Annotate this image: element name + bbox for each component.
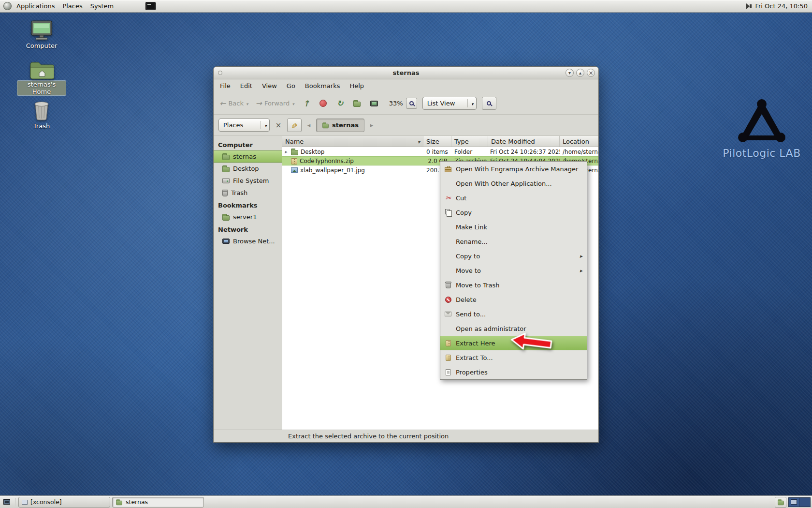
ctx-extract-to[interactable]: Extract To... [440,350,587,365]
sidepane-select[interactable]: Places [218,119,270,132]
terminal-launcher-icon[interactable] [145,2,156,10]
sidebar-header-network: Network [214,223,282,235]
file-size: 0 items [423,149,451,155]
edit-location-button[interactable] [287,119,302,132]
menu-bookmarks[interactable]: Bookmarks [301,81,345,91]
desktop-icon-home[interactable]: sternas's Home [17,60,66,96]
ctx-delete[interactable]: Delete [440,292,587,307]
back-history-caret-icon[interactable] [246,100,248,107]
image-icon [291,167,298,173]
file-name: xlab_wallpaper_01.jpg [300,167,365,174]
ctx-cut[interactable]: Cut [440,191,587,205]
chevron-down-icon [471,100,474,107]
ctx-open-with-other[interactable]: Open With Other Application... [440,176,587,191]
desktop-icon-trash[interactable]: Trash [17,101,66,130]
up-arrow-icon [303,99,310,108]
volume-cone [746,3,750,9]
expander-icon[interactable] [283,149,289,154]
reload-button[interactable] [334,96,347,111]
volume-icon[interactable] [749,3,752,9]
show-desktop-button[interactable] [1,497,12,507]
trash-icon [222,191,228,196]
sidebar-item-server1[interactable]: server1 [214,211,282,223]
zoom-button[interactable] [406,98,417,109]
home-button[interactable] [350,96,364,111]
clock[interactable]: Fri Oct 24, 10:50 [755,2,808,10]
view-mode-select[interactable]: List View [422,97,477,110]
breadcrumb-scroll-left-icon[interactable] [305,121,313,129]
column-name[interactable]: Name [282,136,423,147]
distro-menu-icon[interactable] [3,2,12,10]
up-button[interactable] [300,96,313,111]
folder-icon [291,150,298,155]
menu-help[interactable]: Help [345,81,368,91]
menu-item-label: Copy to [456,253,576,260]
branding-text: PilotLogic LAB [719,147,804,159]
stop-button[interactable] [317,96,330,111]
sidebar: Computer sternas Desktop File System Tra… [214,136,282,431]
task-label: [xconsole] [30,498,62,506]
ctx-properties[interactable]: Properties [440,365,587,379]
back-button[interactable]: Back [218,99,250,108]
ctx-rename[interactable]: Rename... [440,234,587,249]
folder-icon [222,167,230,172]
forward-history-caret-icon[interactable] [292,100,294,107]
task-xconsole[interactable]: [xconsole] [18,497,110,508]
zoom-icon [409,101,414,105]
workspace-switcher[interactable] [788,497,811,507]
menu-edit[interactable]: Edit [236,81,257,91]
desktop-icon-label: sternas's Home [17,81,66,95]
desktop-icon-computer[interactable]: Computer [17,20,66,50]
menu-file[interactable]: File [216,81,235,91]
folder-icon [222,215,230,221]
titlebar[interactable]: sternas [214,67,598,79]
workspace-2[interactable] [799,498,810,507]
close-sidepane-button[interactable] [273,120,284,131]
menu-places[interactable]: Places [58,0,86,12]
sidebar-item-desktop[interactable]: Desktop [214,163,282,175]
menu-view[interactable]: View [258,81,281,91]
maximize-button[interactable] [576,69,584,77]
computer-icon [370,101,378,106]
forward-button[interactable]: Forward [254,99,296,108]
ctx-make-link[interactable]: Make Link [440,220,587,234]
workspace-1[interactable] [789,498,799,507]
shade-button[interactable] [566,69,574,77]
sidebar-item-browse-network[interactable]: Browse Net... [214,235,282,247]
menu-go[interactable]: Go [282,81,300,91]
task-sternas[interactable]: sternas [112,497,204,508]
breadcrumb[interactable]: sternas [316,119,364,132]
ctx-copy[interactable]: Copy [440,205,587,220]
close-button[interactable] [587,69,595,77]
ctx-move-to-trash[interactable]: Move to Trash [440,278,587,292]
ctx-move-to[interactable]: Move to [440,263,587,278]
menu-item-label: Open With Engrampa Archive Manager [456,165,582,173]
stop-icon [319,100,327,107]
ctx-open-with-engrampa[interactable]: Open With Engrampa Archive Manager [440,162,587,176]
search-button[interactable] [482,97,496,110]
menu-applications[interactable]: Applications [13,0,58,12]
sidebar-item-trash[interactable]: Trash [214,187,282,199]
ctx-copy-to[interactable]: Copy to [440,249,587,263]
column-date-modified[interactable]: Date Modified [488,136,560,147]
combo-divider [467,99,468,107]
ctx-send-to[interactable]: Send to... [440,307,587,321]
menu-item-label: Rename... [456,238,582,245]
menu-item-label: Make Link [456,224,582,231]
file-row-desktop[interactable]: Desktop 0 items Folder Fri Oct 24 10:26:… [282,147,598,156]
bottom-panel: [xconsole] sternas [0,495,812,508]
computer-button[interactable] [367,96,381,111]
home-folder-icon [353,102,361,107]
panel-separator [15,498,15,507]
sidebar-item-sternas[interactable]: sternas [214,150,282,163]
column-label: Type [454,138,469,145]
sidebar-item-file-system[interactable]: File System [214,175,282,187]
menu-system[interactable]: System [87,0,117,12]
desktop-icon-label: Computer [24,42,59,49]
column-type[interactable]: Type [451,136,488,147]
tray-file-manager-icon[interactable] [775,497,786,508]
column-location[interactable]: Location [560,136,598,147]
column-size[interactable]: Size [423,136,451,147]
breadcrumb-scroll-right-icon[interactable] [368,121,376,129]
engrampa-archive-icon [445,167,451,172]
